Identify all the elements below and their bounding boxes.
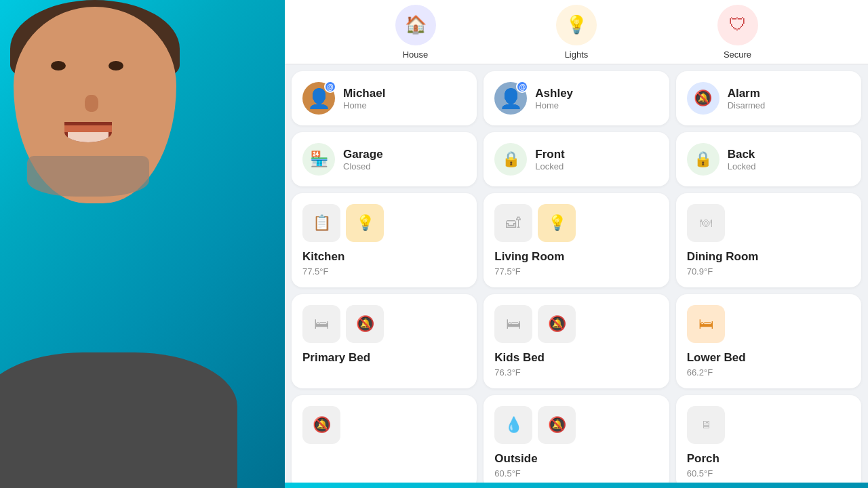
garage-name: Garage — [343, 148, 383, 161]
lower-bed-icon[interactable]: 🛏 — [687, 305, 725, 343]
porch-temp: 60.5°F — [687, 468, 850, 479]
card-primary-bed[interactable]: 🛏 🔕 Primary Bed — [292, 294, 477, 388]
porch-screen-icon[interactable]: 🖥 — [687, 406, 725, 444]
michael-badge: @ — [324, 81, 336, 93]
michael-status: Home — [343, 100, 385, 110]
nav-label-secure: Secure — [724, 49, 751, 60]
lower-bed-name: Lower Bed — [687, 351, 850, 365]
outside-bell-icon[interactable]: 🔕 — [538, 406, 576, 444]
nav-bar: 🏠 House 💡 Lights 🛡 Secure — [285, 0, 868, 64]
alarm-icon: 🔕 — [687, 82, 719, 115]
nav-label-house: House — [403, 49, 429, 60]
dining-icon[interactable]: 🍽 — [687, 204, 725, 242]
face — [14, 7, 176, 203]
alarm-status: Disarmed — [728, 100, 766, 110]
card-row4col1[interactable]: 🔕 — [292, 395, 477, 488]
card-dining-room[interactable]: 🍽 Dining Room 70.9°F — [676, 193, 861, 287]
card-lower-bed[interactable]: 🛏 Lower Bed 66.2°F — [676, 294, 861, 388]
living-name: Living Room — [494, 250, 658, 264]
card-front[interactable]: 🔒 Front Locked — [484, 132, 669, 186]
card-back[interactable]: 🔒 Back Locked — [676, 132, 861, 186]
kids-bed-temp: 76.3°F — [494, 367, 658, 378]
back-lock-icon: 🔒 — [687, 143, 719, 176]
kids-bed-icon[interactable]: 🛏 — [494, 305, 532, 343]
kitchen-temp: 77.5°F — [302, 266, 466, 277]
kitchen-light-icon[interactable]: 💡 — [346, 204, 384, 242]
front-name: Front — [535, 148, 564, 161]
living-temp: 77.5°F — [494, 266, 658, 277]
back-status: Locked — [728, 161, 756, 171]
garage-status: Closed — [343, 161, 383, 171]
person-background — [0, 0, 285, 488]
card-living-room[interactable]: 🛋 💡 Living Room 77.5°F — [484, 193, 669, 287]
card-kitchen[interactable]: 📋 💡 Kitchen 77.5°F — [292, 193, 477, 287]
dining-temp: 70.9°F — [687, 266, 850, 277]
lights-icon: 💡 — [556, 5, 597, 45]
ashley-name: Ashley — [535, 87, 573, 100]
outside-name: Outside — [494, 452, 658, 466]
nav-item-lights[interactable]: 💡 Lights — [553, 5, 600, 60]
card-outside[interactable]: 💧 🔕 Outside 60.5°F — [484, 395, 669, 488]
primary-bell-icon[interactable]: 🔕 — [346, 305, 384, 343]
smart-home-panel: 🏠 House 💡 Lights 🛡 Secure 👤 @ — [285, 0, 868, 488]
primary-bed-icon[interactable]: 🛏 — [302, 305, 340, 343]
card-garage[interactable]: 🏪 Garage Closed — [292, 132, 477, 186]
outside-drop-icon[interactable]: 💧 — [494, 406, 532, 444]
nav-item-house[interactable]: 🏠 House — [392, 5, 439, 60]
shirt — [0, 352, 237, 488]
nav-label-lights: Lights — [565, 49, 589, 60]
back-name: Back — [728, 148, 756, 161]
primary-bed-name: Primary Bed — [302, 351, 466, 365]
ashley-status: Home — [535, 100, 573, 110]
ashley-badge: @ — [516, 81, 528, 93]
dining-name: Dining Room — [687, 250, 850, 264]
alarm-name: Alarm — [728, 87, 766, 100]
secure-icon: 🛡 — [717, 5, 758, 45]
nav-item-secure[interactable]: 🛡 Secure — [714, 5, 762, 60]
front-lock-icon: 🔒 — [494, 143, 527, 176]
michael-name: Michael — [343, 87, 385, 100]
outside-temp: 60.5°F — [494, 468, 658, 479]
avatar-michael: 👤 @ — [302, 82, 335, 115]
living-light-icon[interactable]: 💡 — [538, 204, 576, 242]
kitchen-name: Kitchen — [302, 250, 466, 264]
status-bar — [285, 483, 868, 488]
living-couch-icon[interactable]: 🛋 — [494, 204, 532, 242]
kids-bell-icon[interactable]: 🔕 — [538, 305, 576, 343]
kids-bed-name: Kids Bed — [494, 351, 658, 365]
card-ashley[interactable]: 👤 @ Ashley Home — [484, 71, 669, 125]
card-alarm[interactable]: 🔕 Alarm Disarmed — [676, 71, 861, 125]
house-icon: 🏠 — [395, 5, 436, 45]
row4col1-bell-icon[interactable]: 🔕 — [302, 406, 340, 444]
avatar-ashley: 👤 @ — [494, 82, 527, 115]
kitchen-appliance-icon[interactable]: 📋 — [302, 204, 340, 242]
porch-name: Porch — [687, 452, 850, 466]
card-kids-bed[interactable]: 🛏 🔕 Kids Bed 76.3°F — [484, 294, 669, 388]
garage-icon: 🏪 — [302, 143, 335, 176]
main-grid: 👤 @ Michael Home 👤 @ — [285, 64, 868, 488]
card-michael[interactable]: 👤 @ Michael Home — [292, 71, 477, 125]
card-porch[interactable]: 🖥 Porch 60.5°F — [676, 395, 861, 488]
lower-bed-temp: 66.2°F — [687, 367, 850, 378]
front-status: Locked — [535, 161, 564, 171]
